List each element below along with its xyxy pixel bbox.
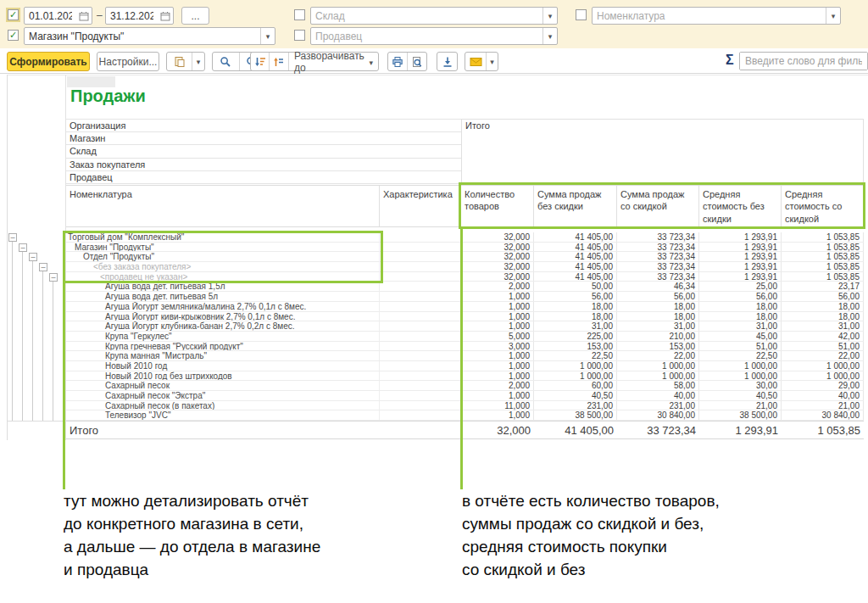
row-value: 210,00: [617, 332, 699, 341]
chevron-down-icon[interactable]: [542, 28, 557, 44]
annotation-line-left: [63, 283, 65, 489]
settings-button[interactable]: Настройки...: [97, 52, 159, 71]
row-label[interactable]: <без заказа покупателя>: [66, 262, 380, 271]
nomenclature-field[interactable]: [592, 7, 841, 25]
tree-branch-line: [22, 252, 23, 421]
column-header[interactable]: Средняя стоимость со скидкой: [782, 186, 864, 226]
row-label[interactable]: Агуша Йогурт клубника-банан 2,7% 0,2л с …: [66, 321, 380, 331]
row-value: 1 000,00: [699, 361, 782, 371]
row-value: 25,00: [699, 282, 782, 291]
date-from-field[interactable]: [24, 7, 92, 25]
row-label[interactable]: Агуша Йогурт земляника/малина 2,7% 0,1л …: [66, 302, 380, 311]
row-value: 41 405,00: [534, 243, 617, 252]
tree-collapse-button[interactable]: [19, 243, 27, 252]
seller-input[interactable]: [311, 28, 542, 44]
tree-collapse-button[interactable]: [39, 263, 47, 271]
warehouse-input[interactable]: [311, 8, 542, 24]
envelope-icon[interactable]: [465, 53, 487, 70]
chevron-down-icon[interactable]: [542, 8, 557, 24]
row-value: 30,00: [699, 381, 782, 390]
tree-collapse-button[interactable]: [29, 253, 37, 261]
column-header[interactable]: Количество товаров: [461, 186, 534, 226]
row-value: 18,00: [534, 302, 617, 311]
total-label: Итого: [66, 424, 461, 437]
row-label[interactable]: Сахарный песок (в пакетах): [66, 401, 380, 410]
row-label[interactable]: Телевизор "JVC": [66, 410, 380, 420]
row-characteristic-cell: [380, 332, 461, 341]
row-label[interactable]: Крупа манная "Мистраль": [66, 351, 380, 360]
warehouse-field[interactable]: [310, 7, 558, 25]
clipboard-icon[interactable]: [167, 53, 192, 70]
column-header[interactable]: Сумма продаж со скидкой: [617, 186, 699, 226]
period-checkbox[interactable]: [8, 9, 19, 20]
row-value: 231,00: [617, 401, 699, 410]
row-value: 38 500,00: [699, 410, 782, 420]
row-value: 1 293,91: [699, 232, 782, 242]
row-label[interactable]: Новый 2010 год без штрихкодов: [66, 371, 380, 381]
store-input[interactable]: [25, 28, 260, 44]
store-checkbox[interactable]: [8, 30, 19, 41]
warehouse-checkbox[interactable]: [294, 9, 305, 20]
report-meta-grid: ОрганизацияМагазинСкладЗаказ покупателяП…: [66, 119, 461, 184]
nomenclature-checkbox[interactable]: [576, 9, 587, 20]
row-value: 32,000: [461, 252, 534, 261]
quick-filter-field[interactable]: [739, 52, 868, 70]
row-label[interactable]: Крупа гречневая "Русский продукт": [66, 342, 380, 351]
sort-descending-icon[interactable]: [251, 53, 270, 70]
row-value: 1 000,00: [699, 371, 782, 381]
seller-field[interactable]: [310, 27, 558, 45]
save-file-button[interactable]: [437, 52, 458, 71]
row-label[interactable]: Агуша вода дет. питьевая 1,5л: [66, 282, 380, 291]
row-value: 1 053,85: [782, 232, 864, 242]
row-label[interactable]: Сахарный песок: [66, 381, 380, 390]
annotation-line-text: со скидкой и без: [462, 558, 720, 581]
row-value: 1 000,00: [617, 371, 699, 381]
store-field[interactable]: [24, 27, 275, 45]
column-header-nomenclature[interactable]: Номенклатура: [66, 186, 380, 226]
tree-branch-line: [32, 261, 33, 421]
print-preview-icon[interactable]: [408, 53, 426, 70]
tree-collapse-button[interactable]: [49, 273, 58, 282]
row-value: 29,00: [782, 381, 864, 390]
chevron-down-icon[interactable]: [826, 8, 840, 24]
sort-ascending-icon[interactable]: [270, 53, 288, 70]
row-value: 2,000: [461, 282, 534, 291]
calendar-icon[interactable]: [76, 8, 92, 24]
row-label[interactable]: Новый 2010 год: [66, 361, 380, 371]
report-itogo-cell: Итого: [461, 119, 864, 183]
row-label[interactable]: <продавец не указан>: [66, 272, 380, 282]
seller-checkbox[interactable]: [294, 30, 305, 41]
row-label[interactable]: Крупа "Геркулес": [66, 332, 380, 341]
table-row: Сахарный песок (в пакетах)11,000231,0023…: [66, 401, 864, 411]
period-more-button[interactable]: ...: [181, 7, 209, 25]
row-label[interactable]: Агуша вода дет. питьевая 5л: [66, 292, 380, 301]
nomenclature-input[interactable]: [593, 8, 826, 24]
chevron-down-icon[interactable]: [487, 53, 498, 70]
row-value: 18,00: [782, 302, 864, 311]
tree-collapse-button[interactable]: [8, 233, 17, 242]
generate-button[interactable]: Сформировать: [7, 52, 90, 71]
zoom-in-icon[interactable]: [213, 53, 240, 70]
chevron-down-icon[interactable]: [260, 28, 275, 44]
report-meta-row: Организация: [66, 120, 461, 132]
row-label[interactable]: Магазин "Продукты": [66, 243, 380, 252]
app-window: – ... Сформировать: [0, 0, 868, 603]
date-to-field[interactable]: [105, 7, 174, 25]
chevron-down-icon[interactable]: [192, 53, 204, 70]
date-to-input[interactable]: [106, 8, 158, 24]
expand-to-button[interactable]: Разворачивать до: [289, 53, 378, 70]
row-value: 225,00: [534, 332, 617, 341]
column-header[interactable]: Средняя стоимость без скидки: [699, 186, 782, 226]
calendar-icon[interactable]: [158, 8, 173, 24]
quick-filter-input[interactable]: [740, 53, 867, 70]
row-characteristic-cell: [380, 401, 461, 410]
report-meta-row: Продавец: [66, 171, 461, 184]
row-label[interactable]: Отдел "Продукты": [66, 252, 380, 261]
column-header-characteristic[interactable]: Характеристика: [380, 186, 461, 226]
printer-icon[interactable]: [388, 53, 408, 70]
column-header[interactable]: Сумма продаж без скидки: [534, 186, 617, 226]
row-label[interactable]: Агуша Йогурт киви-крыжовник 2,7% 0,1л с …: [66, 312, 380, 321]
row-label[interactable]: Торговый дом "Комплексный": [66, 232, 380, 242]
row-label[interactable]: Сахарный песок "Экстра": [66, 391, 380, 400]
date-from-input[interactable]: [25, 8, 76, 24]
